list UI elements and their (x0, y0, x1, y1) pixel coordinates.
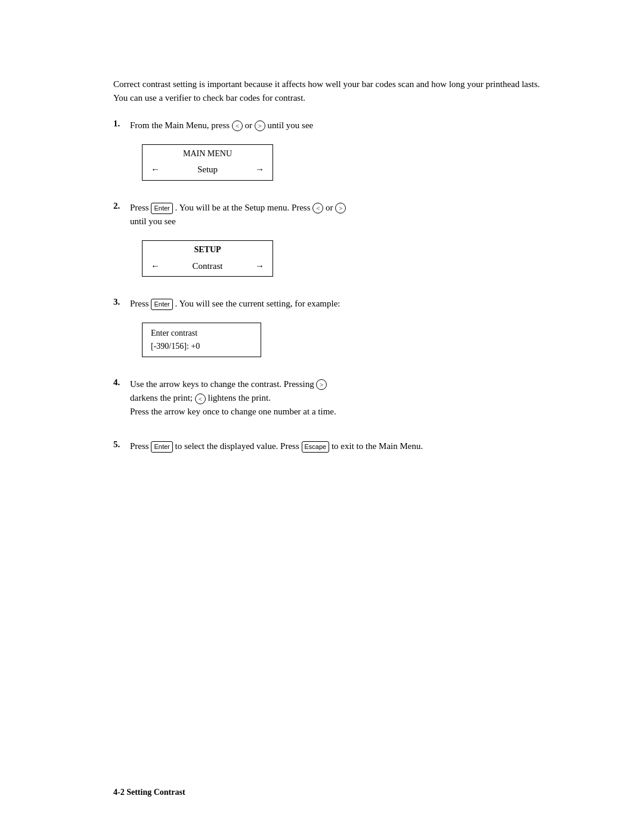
step-1-or: or (245, 120, 255, 130)
step-1-menu-box: MAIN MENU ← Setup → (142, 144, 273, 181)
step-2: 2. Press Enter . You will be at the Setu… (113, 201, 549, 283)
step-2-menu-title: SETUP (143, 241, 273, 258)
step-3-text-after: . You will see the current setting, for … (175, 299, 340, 308)
step-5-enter-key: Enter (151, 441, 172, 453)
step-2-menu-row: ← Contrast → (143, 258, 273, 276)
step-4-number: 4. (113, 377, 128, 388)
step-4-arrow-right-icon: > (316, 379, 327, 390)
step-2-text-after: until you see (130, 216, 176, 226)
step-1-menu-label: Setup (160, 163, 255, 176)
step-3-content: Press Enter . You will see the current s… (130, 297, 549, 363)
step-4: 4. Use the arrow keys to change the cont… (113, 377, 549, 425)
step-1-menu-title: MAIN MENU (143, 145, 273, 162)
step-3-number: 3. (113, 297, 128, 307)
step-1-menu-left-arrow: ← (151, 163, 160, 176)
step-4-text4: Press the arrow key once to change one n… (130, 407, 336, 416)
step-5-number: 5. (113, 439, 128, 450)
step-5-text2: to select the displayed value. Press (175, 441, 299, 451)
step-3-box-line2: [-390/156]: +0 (151, 340, 252, 353)
step-3-text-before: Press (130, 299, 149, 308)
step-1-arrow-right-icon: > (255, 120, 265, 131)
step-3-contrast-box: Enter contrast [-390/156]: +0 (142, 323, 261, 357)
step-2-menu-box: SETUP ← Contrast → (142, 240, 273, 277)
step-1-text-after: until you see (268, 120, 314, 130)
step-2-arrow-right-icon: > (335, 203, 346, 213)
step-2-enter-key: Enter (151, 203, 172, 214)
step-1-content: From the Main Menu, press < or > until y… (130, 119, 549, 187)
step-1-arrow-left-icon: < (232, 120, 243, 131)
step-4-content: Use the arrow keys to change the contras… (130, 377, 549, 425)
steps-list: 1. From the Main Menu, press < or > unti… (113, 119, 549, 459)
page: Correct contrast setting is important be… (0, 0, 644, 833)
step-2-menu-label: Contrast (160, 259, 255, 273)
footer: 4-2 Setting Contrast (113, 788, 185, 797)
step-1-menu-row: ← Setup → (143, 161, 273, 179)
step-4-text2: darkens the print; (130, 393, 193, 402)
step-5-content: Press Enter to select the displayed valu… (130, 439, 549, 459)
intro-paragraph: Correct contrast setting is important be… (113, 78, 549, 106)
step-5-text3: to exit to the Main Menu. (332, 441, 423, 451)
step-1-menu-right-arrow: → (255, 163, 264, 176)
step-2-or: or (326, 203, 335, 212)
step-5-text1: Press (130, 441, 149, 451)
step-5: 5. Press Enter to select the displayed v… (113, 439, 549, 459)
step-2-content: Press Enter . You will be at the Setup m… (130, 201, 549, 283)
step-2-arrow-left-icon: < (312, 203, 323, 213)
step-5-escape-key: Escape (302, 441, 330, 453)
step-1: 1. From the Main Menu, press < or > unti… (113, 119, 549, 187)
step-1-number: 1. (113, 119, 128, 129)
step-4-arrow-left-icon: < (195, 394, 206, 404)
step-4-text1: Use the arrow keys to change the contras… (130, 379, 314, 389)
step-4-text3: lightens the print. (208, 393, 270, 402)
step-2-number: 2. (113, 201, 128, 211)
step-3: 3. Press Enter . You will see the curren… (113, 297, 549, 363)
step-2-text-before: Press (130, 203, 149, 212)
step-3-box-line1: Enter contrast (151, 327, 252, 340)
step-2-text-mid: . You will be at the Setup menu. Press (175, 203, 310, 212)
step-3-enter-key: Enter (151, 299, 172, 310)
step-2-menu-right-arrow: → (255, 259, 264, 273)
step-1-text-before: From the Main Menu, press (130, 120, 230, 130)
step-2-menu-left-arrow: ← (151, 259, 160, 273)
